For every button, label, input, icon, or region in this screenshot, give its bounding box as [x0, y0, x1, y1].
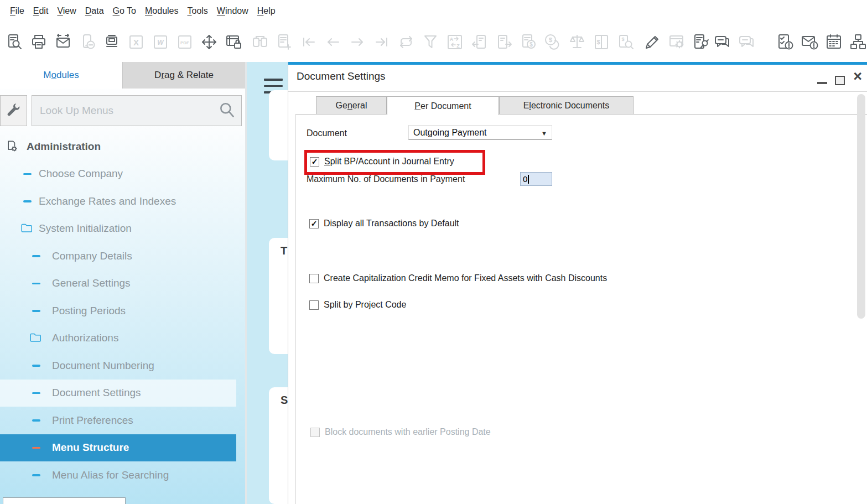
- tab-drag-and-relate[interactable]: Drag & Relate: [122, 62, 245, 89]
- toolbar-group: $$$$: [470, 32, 636, 52]
- maximize-button[interactable]: [835, 76, 845, 85]
- sidebar-item-document-numbering[interactable]: Document Numbering: [0, 352, 245, 380]
- filter-table-icon: [420, 32, 440, 52]
- svg-text:$: $: [549, 37, 552, 43]
- checkbox-icon[interactable]: [309, 219, 319, 228]
- messages-alert-icon[interactable]: [799, 32, 819, 52]
- checkbox-icon[interactable]: [309, 300, 319, 310]
- max-documents-input[interactable]: 0: [520, 172, 552, 186]
- dialog-scrollbar-thumb[interactable]: [857, 94, 865, 319]
- text-cursor: [528, 175, 529, 184]
- toolbar-group: XWPDF: [4, 32, 243, 52]
- org-chart-icon[interactable]: [848, 32, 867, 52]
- menu-go-to[interactable]: Go To: [113, 6, 136, 16]
- toolbar-group: AZ: [250, 32, 465, 52]
- export-word-icon: W: [150, 32, 170, 52]
- edit-document-icon[interactable]: [642, 32, 662, 52]
- sidebar-item-administration[interactable]: Administration: [0, 133, 245, 160]
- first-record-icon: [299, 32, 319, 52]
- menu-modules[interactable]: Modules: [145, 6, 178, 16]
- dash-icon: [29, 310, 43, 312]
- dash-icon: [29, 392, 43, 394]
- dialog-tab-bar: GeneralPer DocumentElectronic Documents: [316, 96, 634, 114]
- messages-icon[interactable]: [712, 32, 732, 52]
- document-settings-dialog: Document Settings × GeneralPer DocumentE…: [288, 62, 867, 504]
- document-dropdown-value: Outgoing Payment: [413, 128, 487, 138]
- sidebar-item-authorizations[interactable]: Authorizations: [0, 325, 245, 352]
- print-icon[interactable]: [29, 32, 49, 52]
- svg-text:A: A: [450, 37, 454, 42]
- menu-window[interactable]: Window: [217, 6, 248, 16]
- sidebar-item-label: Choose Company: [39, 168, 123, 180]
- dash-icon: [29, 255, 43, 257]
- sidebar-item-posting-periods[interactable]: Posting Periods: [0, 297, 245, 325]
- document-label: Document: [307, 128, 347, 138]
- tab-general[interactable]: General: [316, 96, 387, 114]
- checkbox-label: Create Capitalization Credit Memo for Fi…: [324, 273, 607, 283]
- widget-card: S: [269, 387, 289, 504]
- sidebar-item-company-details[interactable]: Company Details: [0, 242, 245, 270]
- tab-per-document[interactable]: Per Document: [387, 96, 499, 115]
- checkbox-icon[interactable]: [309, 274, 319, 283]
- split-by-project-code-checkbox[interactable]: Split by Project Code: [309, 300, 406, 310]
- gross-profit-icon: $: [543, 32, 563, 52]
- svg-text:PDF: PDF: [180, 40, 189, 45]
- sidebar-item-print-preferences[interactable]: Print Preferences: [0, 407, 245, 434]
- sidebar-item-exchange-rates-and-indexes[interactable]: Exchange Rates and Indexes: [0, 188, 245, 215]
- menu-view[interactable]: View: [57, 6, 76, 16]
- copy-screen-icon[interactable]: [102, 32, 122, 52]
- menu-tools[interactable]: Tools: [187, 6, 207, 16]
- document-editing-icon[interactable]: [691, 32, 711, 52]
- block-earlier-posting-date-checkbox: Block documents with earlier Posting Dat…: [310, 427, 491, 437]
- launch-application-icon[interactable]: [199, 32, 219, 52]
- svg-text:$: $: [621, 37, 624, 42]
- svg-text:X: X: [133, 38, 139, 47]
- tab-modules[interactable]: Modules: [0, 62, 122, 89]
- toolbar-group: [642, 32, 711, 52]
- target-document-icon: [494, 32, 514, 52]
- split-bp-account-checkbox[interactable]: Split BP/Account in Journal Entry: [310, 157, 454, 167]
- lock-screen-icon[interactable]: [224, 32, 243, 52]
- search-icon[interactable]: [218, 101, 237, 120]
- checkbox-label: Split BP/Account in Journal Entry: [324, 157, 454, 167]
- dialog-title: Document Settings: [297, 70, 386, 82]
- sidebar-item-menu-structure[interactable]: Menu Structure: [0, 434, 236, 462]
- minimize-button[interactable]: [817, 82, 827, 84]
- send-email-icon[interactable]: [53, 32, 73, 52]
- tab-electronic-documents[interactable]: Electronic Documents: [499, 96, 634, 114]
- sidebar-item-general-settings[interactable]: General Settings: [0, 270, 245, 298]
- widget-card: [269, 90, 289, 160]
- menu-bar: FileEditViewDataGo ToModulesToolsWindowH…: [0, 0, 867, 22]
- checkbox-icon: [310, 428, 320, 437]
- checkbox-icon[interactable]: [310, 157, 319, 167]
- previous-record-icon: [323, 32, 343, 52]
- menu-settings-button[interactable]: [0, 95, 27, 126]
- sidebar-search-row: [0, 95, 245, 126]
- search-input[interactable]: [32, 105, 218, 117]
- checkbox-label: Block documents with earlier Posting Dat…: [325, 427, 491, 437]
- sidebar-item-document-settings[interactable]: Document Settings: [0, 380, 236, 407]
- sidebar-item-label: Print Preferences: [52, 414, 133, 427]
- create-capitalization-credit-memo-checkbox[interactable]: Create Capitalization Credit Memo for Fi…: [309, 273, 607, 283]
- approvals-alert-icon[interactable]: [775, 32, 795, 52]
- sidebar-item-system-initialization[interactable]: System Initialization: [0, 215, 245, 243]
- form-settings-icon: [667, 32, 687, 52]
- sidebar-item-label: Administration: [27, 141, 101, 153]
- menu-data[interactable]: Data: [85, 6, 104, 16]
- send-sms-icon: [77, 32, 97, 52]
- sidebar-item-choose-company[interactable]: Choose Company: [0, 160, 245, 188]
- sidebar-item-label: Menu Alias for Searching: [52, 469, 169, 481]
- print-preview-icon[interactable]: [4, 32, 24, 52]
- document-dropdown[interactable]: Outgoing Payment: [408, 125, 552, 140]
- menu-help[interactable]: Help: [257, 6, 276, 16]
- transaction-journal-icon: $: [616, 32, 636, 52]
- close-icon[interactable]: ×: [853, 69, 862, 84]
- svg-text:W: W: [157, 39, 164, 46]
- menu-edit[interactable]: Edit: [33, 6, 49, 16]
- display-all-transactions-checkbox[interactable]: Display all Transactions by Default: [309, 219, 459, 228]
- sidebar-item-label: Document Settings: [52, 387, 141, 399]
- menu-file[interactable]: File: [10, 6, 24, 16]
- calendar-icon[interactable]: [824, 32, 844, 52]
- sidebar-item-menu-alias-for-searching[interactable]: Menu Alias for Searching: [0, 461, 245, 489]
- application-window: FileEditViewDataGo ToModulesToolsWindowH…: [0, 0, 867, 504]
